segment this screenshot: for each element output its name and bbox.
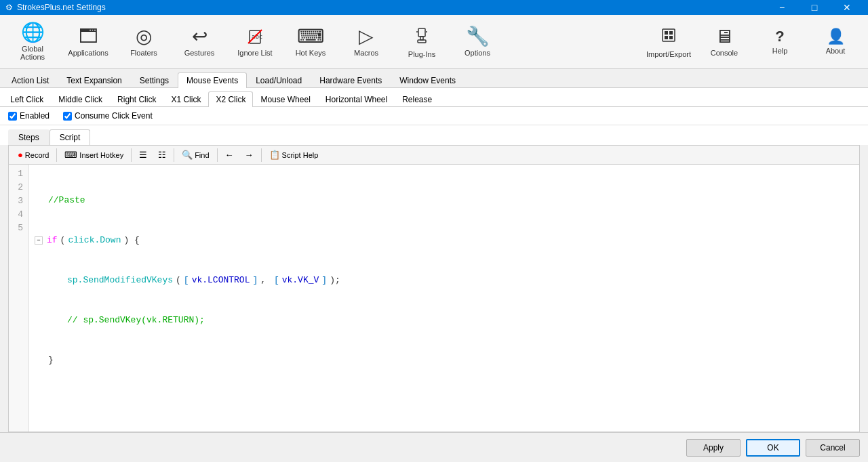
toolbar-options[interactable]: 🔧 Options xyxy=(450,19,505,65)
title-bar-text: StrokesPlus.net Settings xyxy=(17,3,106,12)
code-vk2: vk.VK_V xyxy=(282,274,319,287)
find-button[interactable]: 🔍 Find xyxy=(177,148,214,162)
tab-middle-click[interactable]: Middle Click xyxy=(51,91,110,107)
script-container: ● Record ⌨ Insert Hotkey ☰ ☷ 🔍 Find ← → … xyxy=(8,145,860,432)
cancel-button[interactable]: Cancel xyxy=(806,439,860,457)
script-help-button[interactable]: 📋 Script Help xyxy=(264,148,323,162)
line-numbers: 1 2 3 4 5 xyxy=(9,165,29,432)
code-bracket1: [ xyxy=(184,274,189,287)
indent-button[interactable]: ☰ xyxy=(134,148,152,162)
tab-hardware-events[interactable]: Hardware Events xyxy=(311,72,391,88)
tab-load-unload[interactable]: Load/Unload xyxy=(247,72,311,88)
code-if-paren: ( xyxy=(60,234,66,247)
toolbar-gestures[interactable]: ↩ Gestures xyxy=(172,19,226,65)
line-num-2: 2 xyxy=(12,181,23,194)
consume-checkbox-label[interactable]: Consume Click Event xyxy=(63,111,153,121)
svg-rect-3 xyxy=(418,28,425,37)
ignore-list-label: Ignore List xyxy=(237,49,272,57)
floaters-icon: ◎ xyxy=(136,27,152,46)
global-actions-icon: 🌐 xyxy=(21,23,45,42)
toolbar-help[interactable]: ? Help xyxy=(753,19,807,65)
line-num-3: 3 xyxy=(12,194,23,208)
back-icon: ← xyxy=(225,150,234,160)
insert-hotkey-button[interactable]: ⌨ Insert Hotkey xyxy=(60,148,128,162)
gestures-label: Gestures xyxy=(184,49,215,57)
tab-text-expansion[interactable]: Text Expansion xyxy=(58,72,130,88)
enabled-checkbox-label[interactable]: Enabled xyxy=(8,111,50,121)
toolbar-ignore-list[interactable]: abc Ignore List xyxy=(228,19,282,65)
code-bracket3: [ xyxy=(274,274,279,287)
collapse-btn-2[interactable]: − xyxy=(35,236,43,245)
about-icon: 👤 xyxy=(827,29,845,44)
bottom-bar: Apply OK Cancel xyxy=(0,432,868,462)
tab-window-events[interactable]: Window Events xyxy=(391,72,465,88)
tab-mouse-wheel[interactable]: Mouse Wheel xyxy=(253,91,317,107)
back-button[interactable]: ← xyxy=(220,148,239,162)
toolbar-hot-keys[interactable]: ⌨ Hot Keys xyxy=(283,19,338,65)
svg-rect-5 xyxy=(418,40,426,43)
import-export-label: Import/Export xyxy=(646,50,691,58)
outdent-button[interactable]: ☷ xyxy=(153,148,171,162)
code-bracket4: ] xyxy=(321,274,327,287)
ok-button[interactable]: OK xyxy=(746,439,800,457)
toolbar-floaters[interactable]: ◎ Floaters xyxy=(117,19,171,65)
console-label: Console xyxy=(711,49,738,57)
tab-settings[interactable]: Settings xyxy=(131,72,178,88)
floaters-label: Floaters xyxy=(130,49,157,57)
app-icon: ⚙ xyxy=(5,3,13,12)
maximize-button[interactable]: □ xyxy=(799,0,830,15)
tab-x1-click[interactable]: X1 Click xyxy=(163,91,208,107)
toolbar-macros[interactable]: ▷ Macros xyxy=(339,19,393,65)
about-label: About xyxy=(826,47,846,55)
title-bar: ⚙ StrokesPlus.net Settings − □ ✕ xyxy=(0,0,868,15)
tab-action-list[interactable]: Action List xyxy=(3,72,58,88)
minimize-button[interactable]: − xyxy=(766,0,797,15)
code-paren-open: ( xyxy=(176,274,181,287)
record-icon: ● xyxy=(18,150,23,160)
svg-rect-8 xyxy=(663,29,675,41)
toolbar-right: Import/Export 🖥 Console ? Help 👤 About xyxy=(642,19,863,65)
toolbar-global-actions[interactable]: 🌐 Global Actions xyxy=(5,19,60,65)
toolbar-import-export[interactable]: Import/Export xyxy=(642,19,696,65)
hot-keys-label: Hot Keys xyxy=(296,49,326,57)
macros-label: Macros xyxy=(354,49,378,57)
code-content[interactable]: //Paste − if(click.Down) { sp.SendModifi… xyxy=(29,165,859,432)
plug-ins-label: Plug-Ins xyxy=(408,50,435,58)
svg-rect-12 xyxy=(669,36,673,39)
toolbar-about[interactable]: 👤 About xyxy=(808,19,863,65)
code-closing-brace: } xyxy=(48,354,54,367)
close-button[interactable]: ✕ xyxy=(831,0,863,15)
tab-x2-click[interactable]: X2 Click xyxy=(208,91,253,107)
code-comment-send: // sp.SendVKey(vk.RETURN); xyxy=(67,314,205,327)
tab-release[interactable]: Release xyxy=(395,91,439,107)
forward-button[interactable]: → xyxy=(240,148,258,162)
enabled-checkbox[interactable] xyxy=(8,112,17,121)
apply-button[interactable]: Apply xyxy=(686,439,741,457)
applications-icon: 🗔 xyxy=(79,27,98,46)
toolbar-applications[interactable]: 🗔 Applications xyxy=(61,19,115,65)
toolbar-plug-ins[interactable]: Plug-Ins xyxy=(395,19,449,65)
inner-tab-bar: Steps Script xyxy=(0,125,868,145)
tab-script[interactable]: Script xyxy=(50,129,91,145)
code-click-down: click.Down xyxy=(68,234,121,247)
toolbar-console[interactable]: 🖥 Console xyxy=(697,19,751,65)
consume-label: Consume Click Event xyxy=(75,111,153,121)
indent-icon: ☰ xyxy=(139,150,147,160)
script-help-icon: 📋 xyxy=(269,150,280,160)
toolbar: 🌐 Global Actions 🗔 Applications ◎ Floate… xyxy=(0,15,868,69)
tab-steps[interactable]: Steps xyxy=(8,129,50,145)
forward-icon: → xyxy=(245,150,254,160)
tab-mouse-events[interactable]: Mouse Events xyxy=(178,72,247,88)
plug-ins-icon xyxy=(412,26,431,47)
consume-checkbox[interactable] xyxy=(63,112,72,121)
tab-left-click[interactable]: Left Click xyxy=(3,91,51,107)
import-export-icon xyxy=(659,26,678,47)
code-if-close: ) { xyxy=(123,234,139,247)
line-num-4: 4 xyxy=(12,208,23,222)
insert-hotkey-label: Insert Hotkey xyxy=(79,151,123,159)
tab-right-click[interactable]: Right Click xyxy=(110,91,163,107)
record-button[interactable]: ● Record xyxy=(13,148,54,162)
separator-4 xyxy=(217,148,218,162)
hot-keys-icon: ⌨ xyxy=(297,27,324,46)
tab-horizontal-wheel[interactable]: Horizontal Wheel xyxy=(318,91,395,107)
